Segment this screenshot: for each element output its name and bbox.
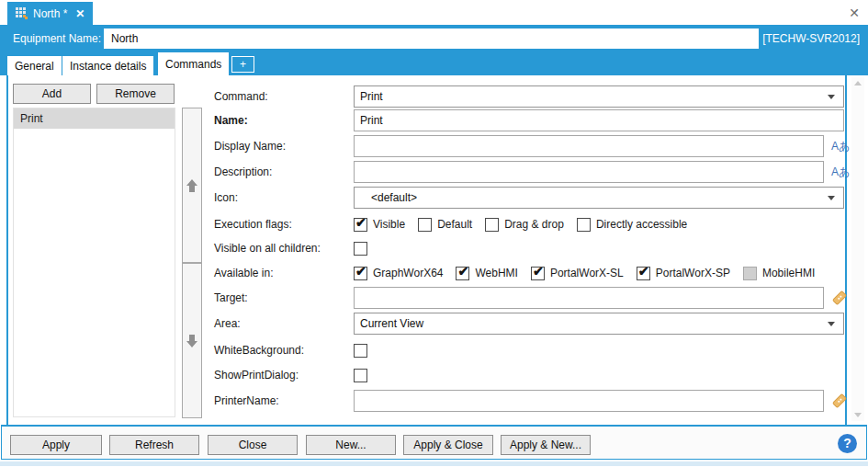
description-input[interactable]	[354, 161, 824, 183]
name-row: Name:	[214, 109, 844, 131]
window-close-icon[interactable]: ✕	[847, 6, 862, 20]
checkbox-mobilehmi-label: MobileHMI	[762, 267, 815, 279]
target-input[interactable]	[354, 287, 824, 309]
target-row: Target:	[214, 287, 849, 309]
tab-instance-details[interactable]: Instance details	[62, 56, 153, 75]
checkbox-portalworx-sl-label: PortalWorX-SL	[550, 267, 624, 279]
white-background-row: WhiteBackground:	[214, 343, 367, 358]
arrow-up-icon	[186, 178, 198, 193]
document-tab-north[interactable]: North * ✕	[7, 2, 93, 25]
command-dropdown-value: Print	[360, 90, 383, 103]
command-list[interactable]: Print	[13, 108, 175, 417]
add-button[interactable]: Add	[13, 84, 91, 104]
command-list-item-print[interactable]: Print	[14, 108, 175, 129]
chevron-down-icon	[828, 196, 835, 200]
checkbox-webhmi-label: WebHMI	[475, 267, 517, 279]
refresh-button[interactable]: Refresh	[109, 435, 199, 455]
checkbox-default-label: Default	[437, 218, 472, 231]
checkbox-directly-accessible[interactable]	[577, 218, 591, 232]
chevron-down-icon	[828, 322, 835, 326]
visible-all-children-label: Visible on all children:	[214, 242, 354, 255]
move-down-button[interactable]	[182, 263, 202, 418]
footer-bar: Apply Refresh Close New... Apply & Close…	[1, 425, 867, 460]
command-label: Command:	[214, 90, 354, 103]
scroll-up-icon[interactable]	[854, 81, 862, 85]
checkbox-drag-drop-label: Drag & drop	[504, 218, 564, 231]
scroll-down-icon[interactable]	[854, 413, 862, 417]
checkbox-portalworx-sl[interactable]	[531, 267, 545, 280]
name-input[interactable]	[354, 109, 844, 131]
checkbox-visible-all-children[interactable]	[354, 242, 367, 256]
tag-picker-icon[interactable]	[830, 392, 849, 410]
checkbox-white-background[interactable]	[354, 344, 367, 358]
close-button[interactable]: Close	[208, 435, 298, 455]
remove-button[interactable]: Remove	[96, 84, 175, 104]
printer-name-input[interactable]	[354, 390, 824, 412]
checkbox-directly-accessible-label: Directly accessible	[596, 218, 687, 231]
document-tab-title: North *	[33, 7, 67, 20]
icon-dropdown[interactable]: <default>	[354, 187, 844, 209]
document-tab-close-icon[interactable]: ✕	[75, 7, 85, 20]
execution-flags-label: Execution flags:	[214, 218, 354, 231]
localize-icon[interactable]: Aあ	[831, 165, 850, 180]
white-background-label: WhiteBackground:	[214, 344, 354, 357]
tab-general[interactable]: General	[7, 56, 62, 75]
checkbox-webhmi[interactable]	[456, 267, 469, 280]
checkbox-graphworx64-label: GraphWorX64	[373, 267, 443, 279]
equipment-header-bar: Equipment Name: [TECHW-SVR2012]	[0, 25, 868, 52]
target-label: Target:	[214, 291, 354, 304]
server-badge: [TECHW-SVR2012]	[762, 25, 860, 52]
checkbox-default[interactable]	[418, 218, 432, 232]
printer-name-label: PrinterName:	[214, 394, 354, 407]
description-label: Description:	[214, 165, 354, 178]
area-label: Area:	[214, 317, 354, 330]
available-in-row: Available in: GraphWorX64 WebHMI PortalW…	[214, 266, 828, 280]
icon-row: Icon: <default>	[214, 187, 844, 209]
apply-button[interactable]: Apply	[10, 435, 102, 455]
display-name-label: Display Name:	[214, 140, 354, 153]
checkbox-mobilehmi	[743, 267, 757, 280]
description-row: Description: Aあ	[214, 161, 850, 183]
checkbox-portalworx-sp[interactable]	[637, 267, 650, 280]
area-row: Area: Current View	[214, 313, 844, 335]
form-scrollbar[interactable]	[851, 77, 864, 421]
printer-name-row: PrinterName:	[214, 390, 849, 412]
tag-picker-icon[interactable]	[830, 289, 849, 307]
panel-right-border	[845, 75, 847, 425]
tab-add[interactable]: +	[231, 56, 254, 73]
area-dropdown-value: Current View	[360, 317, 423, 330]
tab-commands[interactable]: Commands	[158, 52, 229, 75]
area-dropdown[interactable]: Current View	[354, 313, 844, 335]
checkbox-visible[interactable]	[354, 218, 367, 232]
arrow-down-icon	[186, 334, 198, 348]
icon-label: Icon:	[214, 191, 354, 204]
checkbox-graphworx64[interactable]	[354, 267, 367, 280]
equipment-name-label: Equipment Name:	[13, 25, 101, 52]
checkbox-portalworx-sp-label: PortalWorX-SP	[656, 267, 730, 279]
chevron-down-icon	[828, 95, 835, 99]
move-up-button[interactable]	[182, 108, 202, 263]
display-name-input[interactable]	[354, 135, 824, 157]
show-print-dialog-label: ShowPrintDialog:	[214, 369, 354, 382]
apply-close-button[interactable]: Apply & Close	[403, 435, 493, 455]
commands-tab-content: Add Remove Print Command: Print	[0, 75, 868, 425]
display-name-row: Display Name: Aあ	[214, 135, 850, 157]
localize-icon[interactable]: Aあ	[831, 139, 850, 154]
execution-flags-row: Execution flags: Visible Default Drag & …	[214, 217, 700, 232]
checkbox-show-print-dialog[interactable]	[354, 369, 367, 382]
equipment-name-input[interactable]	[104, 28, 759, 49]
checkbox-visible-label: Visible	[373, 218, 405, 231]
command-dropdown[interactable]: Print	[354, 85, 844, 108]
bottom-accent-strip	[0, 461, 868, 466]
visible-all-children-row: Visible on all children:	[214, 241, 367, 256]
checkbox-drag-drop[interactable]	[485, 218, 499, 232]
command-row: Command: Print	[214, 85, 844, 108]
help-icon[interactable]: ?	[838, 434, 857, 453]
show-print-dialog-row: ShowPrintDialog:	[214, 368, 367, 382]
name-label: Name:	[214, 114, 354, 127]
new-button[interactable]: New...	[306, 435, 396, 455]
document-tab-bar: North * ✕ ✕	[0, 0, 868, 25]
available-in-label: Available in:	[214, 267, 354, 279]
apply-new-button[interactable]: Apply & New...	[501, 435, 591, 455]
equipment-icon	[16, 7, 28, 19]
